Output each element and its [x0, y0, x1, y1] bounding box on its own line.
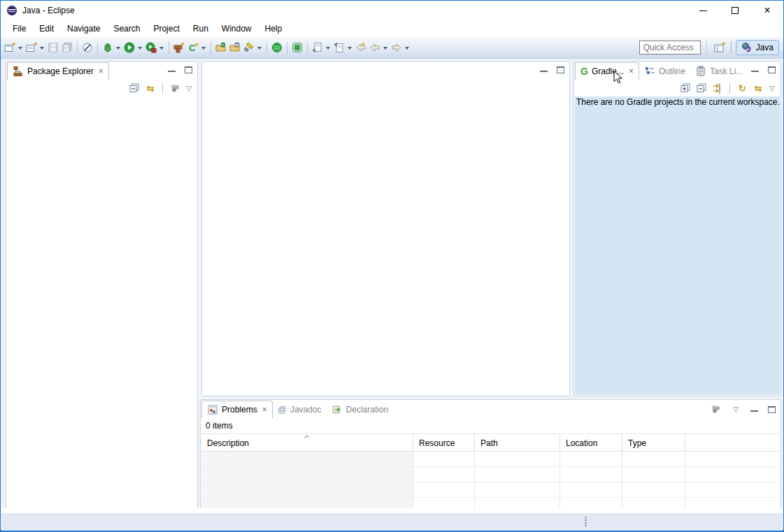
quick-access-input[interactable]: [639, 41, 701, 55]
new-submenu-icon[interactable]: [24, 40, 38, 55]
tab-close-icon[interactable]: ×: [629, 66, 634, 76]
new-wizard-dropdown-icon[interactable]: [18, 47, 22, 52]
focus-icon: [710, 403, 721, 415]
tab-close-icon[interactable]: ×: [99, 66, 104, 76]
eclipse-window: Java - Eclipse × File Edit Navigate Sear…: [0, 0, 784, 532]
back-icon[interactable]: [368, 40, 382, 55]
forward-dropdown-icon[interactable]: [405, 47, 409, 52]
tab-gradle-tasks[interactable]: G Gradle... ×: [575, 62, 639, 80]
window-minimize-button[interactable]: [687, 1, 719, 20]
declaration-icon: [332, 404, 343, 415]
debug-dropdown-icon[interactable]: [116, 47, 120, 52]
coverage-icon[interactable]: [144, 40, 158, 55]
window-close-button[interactable]: ×: [751, 1, 783, 20]
link-with-editor-icon[interactable]: ⇆: [143, 80, 157, 96]
previous-annotation-icon[interactable]: [332, 40, 346, 55]
editor-minimize-icon[interactable]: [540, 69, 548, 72]
record-icon[interactable]: [270, 40, 284, 55]
previous-annotation-dropdown-icon[interactable]: [348, 47, 352, 52]
link-with-selection-icon[interactable]: ⇆: [751, 80, 765, 96]
view-maximize-icon[interactable]: [185, 66, 192, 73]
svg-text:C: C: [189, 43, 196, 53]
column-header-spacer: [685, 434, 780, 451]
editor-area[interactable]: [201, 61, 570, 396]
menu-help[interactable]: Help: [259, 22, 290, 36]
collapse-all-icon[interactable]: [127, 80, 141, 96]
new-submenu-dropdown-icon[interactable]: [40, 47, 44, 52]
java-perspective-icon: [741, 42, 753, 53]
tab-close-icon[interactable]: ×: [262, 405, 267, 415]
save-icon[interactable]: [46, 40, 60, 55]
tab-task-list-label: Task Li...: [710, 66, 743, 76]
tab-declaration[interactable]: Declaration: [327, 401, 394, 418]
open-perspective-icon[interactable]: [713, 40, 727, 55]
column-header-type[interactable]: Type: [622, 434, 685, 451]
view-maximize-icon[interactable]: [768, 406, 776, 413]
sort-ascending-icon: [304, 435, 309, 438]
coverage-dropdown-icon[interactable]: [159, 47, 164, 52]
next-annotation-dropdown-icon[interactable]: [326, 47, 330, 52]
menu-window[interactable]: Window: [215, 22, 259, 36]
debug-icon[interactable]: [101, 40, 115, 55]
menu-edit[interactable]: Edit: [33, 22, 61, 36]
view-menu-icon[interactable]: ▽: [767, 85, 777, 92]
last-edit-location-icon[interactable]: [354, 40, 368, 55]
titlebar: Java - Eclipse ×: [1, 1, 783, 20]
menubar: File Edit Navigate Search Project Run Wi…: [1, 20, 783, 37]
menu-file[interactable]: File: [6, 22, 33, 36]
table-row: [201, 467, 780, 482]
view-minimize-icon[interactable]: [168, 69, 176, 72]
menu-project[interactable]: Project: [147, 22, 186, 36]
gradle-view: G Gradle... × Outline Task Li... ↻: [573, 61, 781, 396]
menu-search[interactable]: Search: [107, 22, 147, 36]
new-wizard-icon[interactable]: [3, 40, 17, 55]
view-maximize-icon[interactable]: [768, 66, 776, 73]
new-class-dropdown-icon[interactable]: [201, 47, 206, 52]
save-all-icon[interactable]: [60, 40, 74, 55]
next-annotation-icon[interactable]: [311, 40, 325, 55]
editor-maximize-icon[interactable]: [557, 66, 564, 73]
problems-table: Description Resource Path Location Type: [201, 433, 780, 508]
task-list-icon: [695, 66, 706, 77]
problems-count: 0 items: [201, 418, 781, 433]
problems-table-header: Description Resource Path Location Type: [201, 434, 780, 452]
back-dropdown-icon[interactable]: [383, 47, 387, 52]
expand-all-icon[interactable]: [678, 80, 692, 96]
menu-run[interactable]: Run: [187, 22, 215, 36]
view-minimize-icon[interactable]: [750, 408, 758, 412]
status-bar: [1, 513, 783, 531]
view-menu-icon[interactable]: ▽: [731, 405, 741, 413]
view-minimize-icon[interactable]: [751, 69, 759, 72]
new-class-icon[interactable]: C: [186, 40, 200, 55]
column-header-location[interactable]: Location: [560, 434, 622, 451]
tab-outline[interactable]: Outline: [639, 62, 690, 80]
mouse-cursor: [613, 71, 623, 85]
menu-navigate[interactable]: Navigate: [61, 22, 107, 36]
open-type-icon[interactable]: [214, 40, 228, 55]
column-header-resource[interactable]: Resource: [413, 434, 475, 451]
view-menu-icon[interactable]: ▽: [184, 85, 194, 92]
run-dropdown-icon[interactable]: [138, 47, 142, 52]
table-row: [201, 482, 780, 498]
new-java-project-icon[interactable]: [172, 40, 186, 55]
outline-icon: [644, 66, 655, 77]
open-task-icon[interactable]: [228, 40, 242, 55]
tab-problems[interactable]: Problems ×: [201, 401, 273, 418]
tab-package-explorer-label: Package Explorer: [27, 66, 94, 76]
search-dropdown-icon[interactable]: [257, 47, 262, 52]
column-header-path[interactable]: Path: [475, 434, 560, 451]
run-icon[interactable]: [122, 40, 136, 55]
tab-package-explorer[interactable]: Package Explorer ×: [7, 62, 109, 80]
toggle-mark-occurrences-icon[interactable]: [80, 40, 94, 55]
java-perspective-button[interactable]: Java: [736, 40, 779, 55]
flat-layout-icon[interactable]: [711, 80, 725, 96]
stop-icon[interactable]: [290, 40, 304, 55]
window-maximize-button[interactable]: [719, 1, 751, 20]
statusbar-grip-handle[interactable]: [585, 517, 587, 526]
forward-icon[interactable]: [390, 40, 404, 55]
tab-javadoc[interactable]: @ Javadoc: [273, 401, 327, 418]
search-icon[interactable]: [242, 40, 256, 55]
refresh-tasks-icon[interactable]: ↻: [735, 80, 749, 96]
collapse-all-icon[interactable]: [694, 80, 708, 96]
tab-task-list[interactable]: Task Li...: [690, 62, 748, 80]
